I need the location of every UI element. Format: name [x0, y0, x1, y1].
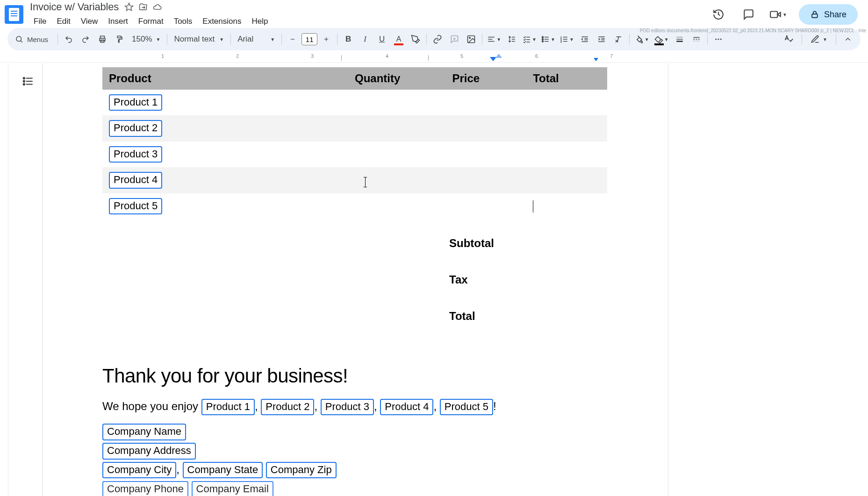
svg-point-15 [469, 37, 471, 39]
share-label: Share [824, 10, 846, 20]
ruler-mark: 7 [610, 53, 613, 59]
meet-icon[interactable]: ▼ [769, 5, 788, 24]
italic-button[interactable]: I [357, 31, 373, 47]
add-comment-button[interactable] [446, 31, 462, 47]
chip-company-state[interactable]: Company State [183, 462, 263, 478]
insert-link-button[interactable] [430, 31, 445, 47]
bulleted-list-button[interactable]: ▼ [539, 31, 557, 47]
menu-file[interactable]: File [29, 15, 51, 28]
column-guide[interactable] [428, 55, 429, 61]
column-guide[interactable] [341, 55, 342, 61]
checklist-button[interactable]: ▼ [521, 31, 538, 47]
menu-extensions[interactable]: Extensions [198, 15, 246, 28]
star-icon[interactable] [124, 2, 134, 12]
text-color-button[interactable]: A [391, 31, 407, 47]
zoom-value: 150% [132, 35, 152, 44]
show-outline-button[interactable] [18, 71, 38, 92]
align-button[interactable]: ▼ [485, 31, 503, 47]
paragraph-style-select[interactable]: Normal text ▼ [170, 31, 228, 47]
total-label: Total [449, 310, 607, 323]
cloud-icon[interactable] [152, 2, 162, 12]
docs-logo[interactable] [5, 5, 23, 24]
chip-product[interactable]: Product 3 [109, 146, 162, 163]
undo-button[interactable] [61, 31, 77, 47]
editing-mode-button[interactable]: ▼ [806, 31, 832, 47]
share-button[interactable]: Share [799, 4, 858, 25]
svg-point-4 [16, 36, 22, 42]
table-row[interactable]: Product 3 [102, 142, 607, 167]
chip-product[interactable]: Product 2 [109, 120, 162, 136]
indent-marker-left[interactable] [490, 57, 495, 61]
tax-label: Tax [449, 273, 607, 286]
table-row[interactable]: Product 4 [102, 167, 607, 193]
more-button[interactable] [710, 31, 726, 47]
chevron-down-icon: ▼ [782, 12, 787, 17]
underline-button[interactable]: U [374, 31, 390, 47]
document-title[interactable]: Invoice w/ Variables [29, 1, 120, 13]
decrease-font-size-button[interactable] [285, 31, 301, 47]
table-row[interactable]: Product 1 [102, 90, 607, 115]
line-spacing-button[interactable] [504, 31, 520, 47]
increase-indent-button[interactable] [594, 31, 610, 47]
chip-product[interactable]: Product 1 [201, 399, 255, 415]
menu-format[interactable]: Format [134, 15, 168, 28]
chip-product[interactable]: Product 4 [109, 172, 162, 188]
chip-company-name[interactable]: Company Name [102, 424, 186, 440]
menu-edit[interactable]: Edit [52, 15, 75, 28]
insert-image-button[interactable] [463, 31, 479, 47]
move-icon[interactable] [138, 2, 148, 12]
print-button[interactable] [94, 31, 110, 47]
clear-formatting-button[interactable] [610, 31, 626, 47]
chip-company-email[interactable]: Company Email [192, 481, 273, 496]
chip-company-address[interactable]: Company Address [102, 443, 196, 459]
highlight-color-button[interactable] [408, 31, 423, 47]
bold-button[interactable]: B [340, 31, 356, 47]
comments-icon[interactable] [739, 5, 758, 24]
fill-color-button[interactable]: ▼ [632, 31, 651, 47]
border-color-button[interactable]: ▼ [652, 31, 671, 47]
increase-font-size-button[interactable] [318, 31, 334, 47]
svg-text:3: 3 [560, 40, 562, 43]
chip-product[interactable]: Product 5 [109, 198, 162, 214]
chip-company-city[interactable]: Company City [102, 462, 176, 478]
chip-product[interactable]: Product 5 [440, 399, 493, 415]
chip-product[interactable]: Product 2 [261, 399, 314, 415]
vertical-ruler[interactable] [0, 64, 8, 496]
table-row[interactable]: Product 2 [102, 115, 607, 141]
table-row[interactable]: Product 5 [102, 193, 607, 219]
history-icon[interactable] [709, 5, 728, 24]
decrease-indent-button[interactable] [577, 31, 593, 47]
paint-format-button[interactable] [111, 31, 127, 47]
spellcheck-button[interactable] [779, 31, 798, 47]
svg-point-62 [23, 84, 25, 85]
ruler-mark: 6 [535, 53, 538, 59]
chip-product[interactable]: Product 1 [109, 94, 162, 111]
collapse-toolbar-button[interactable] [840, 31, 856, 47]
chip-product[interactable]: Product 3 [321, 399, 374, 415]
menu-tools[interactable]: Tools [169, 15, 197, 28]
menus-label: Menus [27, 35, 48, 43]
menu-view[interactable]: View [76, 15, 103, 28]
menus-search-button[interactable]: Menus [10, 31, 55, 48]
numbered-list-button[interactable]: 123▼ [558, 31, 576, 47]
border-dash-button[interactable] [689, 31, 704, 47]
chip-company-phone[interactable]: Company Phone [102, 481, 188, 496]
status-text: POD editors documents-frontend_20230522 … [640, 28, 866, 33]
chip-product[interactable]: Product 4 [380, 399, 433, 415]
svg-point-25 [542, 36, 543, 38]
zoom-select[interactable]: 150% ▼ [128, 31, 164, 47]
indent-marker-first-line[interactable] [495, 54, 501, 57]
document-page[interactable]: Product Quantity Price Total Product 1Pr… [42, 64, 668, 496]
svg-point-53 [715, 39, 717, 40]
invoice-table[interactable]: Product Quantity Price Total Product 1Pr… [102, 67, 607, 219]
border-width-button[interactable] [672, 31, 688, 47]
menu-help[interactable]: Help [247, 15, 273, 28]
redo-button[interactable] [78, 31, 93, 47]
chip-company-zip[interactable]: Company Zip [266, 462, 337, 478]
font-select[interactable]: Arial ▼ [234, 31, 279, 47]
right-indent-marker[interactable] [594, 58, 598, 61]
menu-insert[interactable]: Insert [103, 15, 133, 28]
horizontal-ruler[interactable]: 1 2 3 4 5 6 7 [0, 52, 868, 63]
font-size-input[interactable] [301, 33, 317, 45]
subtotal-label: Subtotal [449, 237, 607, 250]
